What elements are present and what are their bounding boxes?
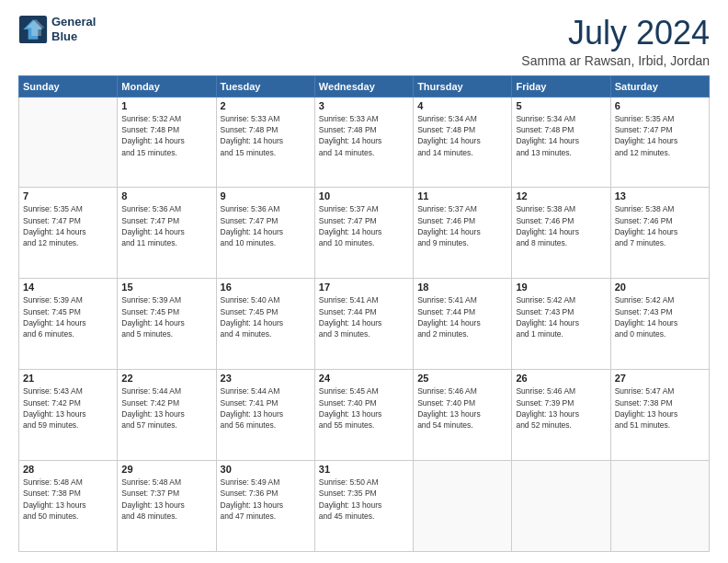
calendar-header-saturday: Saturday — [610, 75, 709, 97]
day-info: Sunrise: 5:50 AMSunset: 7:35 PMDaylight:… — [319, 477, 409, 522]
title-block: July 2024 Samma ar Rawsan, Irbid, Jordan — [521, 15, 710, 68]
day-info: Sunrise: 5:39 AMSunset: 7:45 PMDaylight:… — [121, 294, 211, 339]
calendar-cell: 25Sunrise: 5:46 AMSunset: 7:40 PMDayligh… — [414, 370, 512, 461]
day-info: Sunrise: 5:49 AMSunset: 7:36 PMDaylight:… — [221, 477, 311, 522]
day-info: Sunrise: 5:48 AMSunset: 7:38 PMDaylight:… — [23, 477, 113, 522]
calendar-cell: 4Sunrise: 5:34 AMSunset: 7:48 PMDaylight… — [414, 97, 512, 188]
day-number: 23 — [221, 373, 311, 384]
calendar-cell: 6Sunrise: 5:35 AMSunset: 7:47 PMDaylight… — [610, 97, 709, 188]
day-info: Sunrise: 5:35 AMSunset: 7:47 PMDaylight:… — [615, 113, 705, 158]
day-number: 31 — [319, 464, 409, 475]
day-info: Sunrise: 5:43 AMSunset: 7:42 PMDaylight:… — [23, 385, 113, 431]
day-info: Sunrise: 5:48 AMSunset: 7:37 PMDaylight:… — [121, 477, 211, 522]
calendar-cell: 11Sunrise: 5:37 AMSunset: 7:46 PMDayligh… — [414, 188, 512, 279]
day-info: Sunrise: 5:32 AMSunset: 7:48 PMDaylight:… — [121, 113, 211, 158]
day-number: 9 — [221, 190, 311, 201]
calendar-cell: 30Sunrise: 5:49 AMSunset: 7:36 PMDayligh… — [216, 461, 314, 552]
day-info: Sunrise: 5:34 AMSunset: 7:48 PMDaylight:… — [516, 113, 606, 158]
calendar-cell: 26Sunrise: 5:46 AMSunset: 7:39 PMDayligh… — [512, 370, 610, 461]
location-subtitle: Samma ar Rawsan, Irbid, Jordan — [521, 53, 710, 68]
logo-icon — [18, 15, 48, 44]
calendar-cell: 13Sunrise: 5:38 AMSunset: 7:46 PMDayligh… — [610, 188, 709, 279]
day-number: 11 — [417, 190, 507, 201]
day-info: Sunrise: 5:42 AMSunset: 7:43 PMDaylight:… — [615, 294, 705, 339]
calendar-header-monday: Monday — [118, 75, 216, 97]
calendar-cell: 3Sunrise: 5:33 AMSunset: 7:48 PMDaylight… — [314, 97, 413, 188]
calendar-week-5: 28Sunrise: 5:48 AMSunset: 7:38 PMDayligh… — [19, 461, 710, 552]
day-info: Sunrise: 5:39 AMSunset: 7:45 PMDaylight:… — [23, 294, 113, 339]
calendar-cell: 8Sunrise: 5:36 AMSunset: 7:47 PMDaylight… — [118, 188, 216, 279]
calendar-cell: 1Sunrise: 5:32 AMSunset: 7:48 PMDaylight… — [118, 97, 216, 188]
day-number: 24 — [319, 373, 409, 384]
calendar-cell: 14Sunrise: 5:39 AMSunset: 7:45 PMDayligh… — [19, 279, 118, 370]
day-number: 10 — [319, 190, 409, 201]
day-number: 28 — [23, 464, 113, 475]
page-header: General Blue July 2024 Samma ar Rawsan, … — [18, 15, 710, 68]
calendar-week-2: 7Sunrise: 5:35 AMSunset: 7:47 PMDaylight… — [19, 188, 710, 279]
calendar-header-sunday: Sunday — [19, 75, 118, 97]
calendar-cell — [512, 461, 610, 552]
day-info: Sunrise: 5:41 AMSunset: 7:44 PMDaylight:… — [319, 294, 409, 339]
calendar-cell: 27Sunrise: 5:47 AMSunset: 7:38 PMDayligh… — [610, 370, 709, 461]
day-info: Sunrise: 5:35 AMSunset: 7:47 PMDaylight:… — [23, 203, 113, 248]
day-number: 3 — [319, 100, 409, 111]
calendar-cell — [414, 461, 512, 552]
calendar-cell: 29Sunrise: 5:48 AMSunset: 7:37 PMDayligh… — [118, 461, 216, 552]
calendar-cell: 7Sunrise: 5:35 AMSunset: 7:47 PMDaylight… — [19, 188, 118, 279]
day-info: Sunrise: 5:34 AMSunset: 7:48 PMDaylight:… — [417, 113, 507, 158]
calendar-cell: 21Sunrise: 5:43 AMSunset: 7:42 PMDayligh… — [19, 370, 118, 461]
calendar-header-tuesday: Tuesday — [216, 75, 314, 97]
day-number: 27 — [615, 373, 705, 384]
day-info: Sunrise: 5:33 AMSunset: 7:48 PMDaylight:… — [319, 113, 409, 158]
day-info: Sunrise: 5:47 AMSunset: 7:38 PMDaylight:… — [615, 385, 705, 431]
day-info: Sunrise: 5:40 AMSunset: 7:45 PMDaylight:… — [221, 294, 311, 339]
calendar-cell: 15Sunrise: 5:39 AMSunset: 7:45 PMDayligh… — [118, 279, 216, 370]
day-number: 21 — [23, 373, 113, 384]
calendar-cell: 31Sunrise: 5:50 AMSunset: 7:35 PMDayligh… — [314, 461, 413, 552]
month-title: July 2024 — [521, 15, 710, 52]
day-info: Sunrise: 5:33 AMSunset: 7:48 PMDaylight:… — [221, 113, 311, 158]
day-number: 4 — [417, 100, 507, 111]
calendar-cell: 18Sunrise: 5:41 AMSunset: 7:44 PMDayligh… — [414, 279, 512, 370]
day-number: 13 — [615, 190, 705, 201]
calendar-header-wednesday: Wednesday — [314, 75, 413, 97]
day-info: Sunrise: 5:37 AMSunset: 7:46 PMDaylight:… — [417, 203, 507, 248]
day-number: 7 — [23, 190, 113, 201]
calendar-week-1: 1Sunrise: 5:32 AMSunset: 7:48 PMDaylight… — [19, 97, 710, 188]
day-info: Sunrise: 5:37 AMSunset: 7:47 PMDaylight:… — [319, 203, 409, 248]
day-info: Sunrise: 5:44 AMSunset: 7:41 PMDaylight:… — [221, 385, 311, 431]
day-number: 29 — [121, 464, 211, 475]
day-info: Sunrise: 5:36 AMSunset: 7:47 PMDaylight:… — [121, 203, 211, 248]
calendar-cell: 5Sunrise: 5:34 AMSunset: 7:48 PMDaylight… — [512, 97, 610, 188]
calendar-header-thursday: Thursday — [414, 75, 512, 97]
day-number: 22 — [121, 373, 211, 384]
calendar-cell: 20Sunrise: 5:42 AMSunset: 7:43 PMDayligh… — [610, 279, 709, 370]
calendar-cell: 16Sunrise: 5:40 AMSunset: 7:45 PMDayligh… — [216, 279, 314, 370]
day-number: 26 — [516, 373, 606, 384]
day-number: 25 — [417, 373, 507, 384]
day-number: 17 — [319, 282, 409, 293]
day-info: Sunrise: 5:41 AMSunset: 7:44 PMDaylight:… — [417, 294, 507, 339]
day-number: 16 — [221, 282, 311, 293]
calendar-week-4: 21Sunrise: 5:43 AMSunset: 7:42 PMDayligh… — [19, 370, 710, 461]
calendar-cell: 12Sunrise: 5:38 AMSunset: 7:46 PMDayligh… — [512, 188, 610, 279]
calendar-header-row: SundayMondayTuesdayWednesdayThursdayFrid… — [19, 75, 710, 97]
calendar-cell: 2Sunrise: 5:33 AMSunset: 7:48 PMDaylight… — [216, 97, 314, 188]
day-info: Sunrise: 5:38 AMSunset: 7:46 PMDaylight:… — [516, 203, 606, 248]
calendar-cell — [610, 461, 709, 552]
calendar-week-3: 14Sunrise: 5:39 AMSunset: 7:45 PMDayligh… — [19, 279, 710, 370]
day-info: Sunrise: 5:44 AMSunset: 7:42 PMDaylight:… — [121, 385, 211, 431]
day-number: 15 — [121, 282, 211, 293]
calendar-cell: 23Sunrise: 5:44 AMSunset: 7:41 PMDayligh… — [216, 370, 314, 461]
day-number: 30 — [221, 464, 311, 475]
logo: General Blue — [18, 15, 96, 44]
calendar-cell: 19Sunrise: 5:42 AMSunset: 7:43 PMDayligh… — [512, 279, 610, 370]
calendar-cell: 22Sunrise: 5:44 AMSunset: 7:42 PMDayligh… — [118, 370, 216, 461]
day-number: 5 — [516, 100, 606, 111]
calendar-cell — [19, 97, 118, 188]
day-number: 2 — [221, 100, 311, 111]
calendar-cell: 28Sunrise: 5:48 AMSunset: 7:38 PMDayligh… — [19, 461, 118, 552]
day-number: 6 — [615, 100, 705, 111]
calendar-cell: 24Sunrise: 5:45 AMSunset: 7:40 PMDayligh… — [314, 370, 413, 461]
calendar-cell: 9Sunrise: 5:36 AMSunset: 7:47 PMDaylight… — [216, 188, 314, 279]
